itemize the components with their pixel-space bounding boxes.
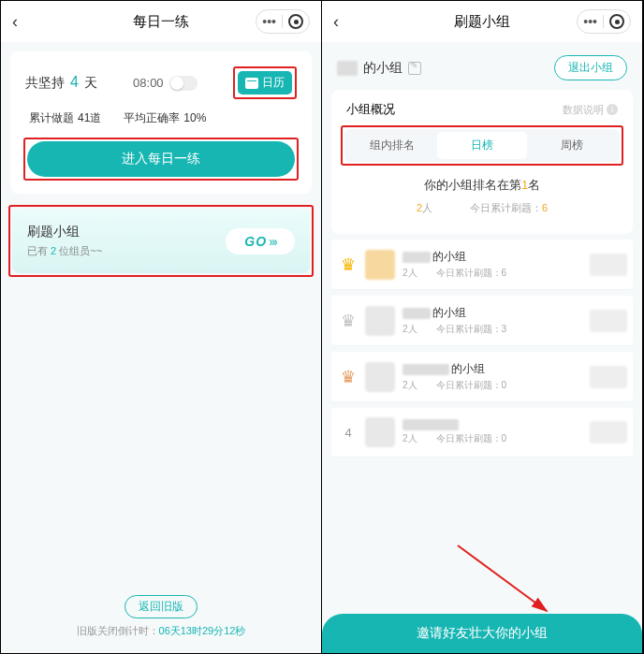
header: ‹ 刷题小组 •••: [322, 1, 642, 42]
avatar: [365, 250, 395, 280]
go-arrows-icon: ›››: [267, 234, 276, 249]
redacted-badge: [590, 366, 627, 388]
my-rank-sub: 2人 今日累计刷题：6: [343, 201, 622, 215]
avatar: [365, 306, 395, 336]
group-card-sub: 已有 2 位组员~~: [27, 244, 102, 258]
data-desc-button[interactable]: 数据说明 i: [563, 101, 618, 118]
group-card-title: 刷题小组: [27, 224, 102, 240]
target-icon[interactable]: [288, 14, 303, 29]
leave-group-button[interactable]: 退出小组: [554, 55, 627, 80]
back-icon[interactable]: ‹: [333, 12, 339, 32]
highlight-group-card: 刷题小组 已有 2 位组员~~ GO ›››: [8, 205, 314, 277]
crown-gold-icon: ♛: [341, 254, 356, 275]
countdown-value: 06天13时29分12秒: [159, 625, 246, 636]
stats-row: 累计做题41道 平均正确率10%: [25, 110, 297, 126]
stats-card: 共坚持 4 天 08:00 日历 累计做题41道 平均正确率10%: [10, 51, 312, 194]
edit-icon[interactable]: [408, 62, 421, 75]
tab-weekly[interactable]: 周榜: [527, 132, 617, 159]
calendar-icon: [245, 78, 258, 89]
list-item[interactable]: ♛ 的小组 2人 今日累计刷题：0: [331, 352, 633, 402]
content: 的小组 退出小组 小组概况 数据说明 i 组内排名 日榜 周榜: [322, 42, 642, 653]
crown-bronze-icon: ♛: [341, 367, 356, 387]
my-rank-text: 你的小组排名在第1名: [343, 177, 622, 194]
avatar: [365, 417, 395, 447]
header: ‹ 每日一练 •••: [1, 1, 321, 42]
redacted-badge: [590, 254, 627, 276]
invite-friends-button[interactable]: 邀请好友壮大你的小组: [322, 614, 642, 653]
group-header: 的小组 退出小组: [331, 42, 633, 90]
page-title: 刷题小组: [454, 13, 510, 31]
redacted-badge: [590, 310, 627, 332]
list-item[interactable]: ♛ 的小组 2人 今日累计刷题：3: [331, 296, 633, 346]
list-item[interactable]: 4 2人 今日累计刷题：0: [331, 408, 633, 458]
header-actions: •••: [577, 9, 631, 34]
group-name[interactable]: 的小组: [337, 60, 421, 77]
back-icon[interactable]: ‹: [12, 12, 18, 32]
tab-inner-rank[interactable]: 组内排名: [347, 132, 437, 159]
menu-pill[interactable]: •••: [577, 9, 631, 34]
content: 共坚持 4 天 08:00 日历 累计做题41道 平均正确率10%: [1, 42, 321, 653]
target-icon[interactable]: [609, 14, 624, 29]
right-screen: ‹ 刷题小组 ••• 的小组 退出小组 小组概况 数据说明 i: [322, 1, 643, 653]
avatar: [365, 362, 395, 392]
highlight-enter: 进入每日一练: [23, 138, 299, 181]
go-button[interactable]: GO ›››: [226, 228, 295, 254]
crown-silver-icon: ♛: [341, 311, 356, 331]
overview-title: 小组概况: [346, 101, 395, 118]
enter-daily-button[interactable]: 进入每日一练: [27, 141, 295, 177]
more-icon[interactable]: •••: [583, 14, 597, 29]
more-icon[interactable]: •••: [262, 14, 276, 29]
tab-daily[interactable]: 日榜: [437, 132, 527, 159]
list-item[interactable]: ♛ 的小组 2人 今日累计刷题：6: [331, 240, 633, 290]
ranking-list: ♛ 的小组 2人 今日累计刷题：6 ♛ 的小组 2人: [331, 234, 633, 653]
alarm-switch[interactable]: [169, 76, 198, 91]
highlight-tabs: 组内排名 日榜 周榜: [341, 125, 623, 166]
group-card[interactable]: 刷题小组 已有 2 位组员~~ GO ›››: [12, 209, 310, 273]
redacted-name: [337, 61, 358, 76]
menu-pill[interactable]: •••: [256, 9, 310, 34]
page-title: 每日一练: [133, 13, 189, 31]
back-old-button[interactable]: 返回旧版: [124, 595, 198, 618]
ranking-tabs: 组内排名 日榜 周榜: [344, 129, 620, 162]
calendar-button[interactable]: 日历: [238, 71, 292, 94]
rank-number: 4: [337, 426, 359, 440]
left-screen: ‹ 每日一练 ••• 共坚持 4 天 08:00: [1, 1, 322, 653]
footer: 返回旧版 旧版关闭倒计时：06天13时29分12秒: [10, 595, 312, 644]
header-actions: •••: [256, 9, 310, 34]
alarm-setting[interactable]: 08:00: [133, 76, 198, 91]
overview-card: 小组概况 数据说明 i 组内排名 日榜 周榜 你的小组排名在第1名 2人 今日累…: [331, 90, 633, 234]
redacted-badge: [590, 421, 627, 443]
highlight-calendar: 日历: [233, 66, 297, 99]
info-icon: i: [607, 104, 618, 115]
persist-text: 共坚持 4 天: [25, 74, 97, 92]
